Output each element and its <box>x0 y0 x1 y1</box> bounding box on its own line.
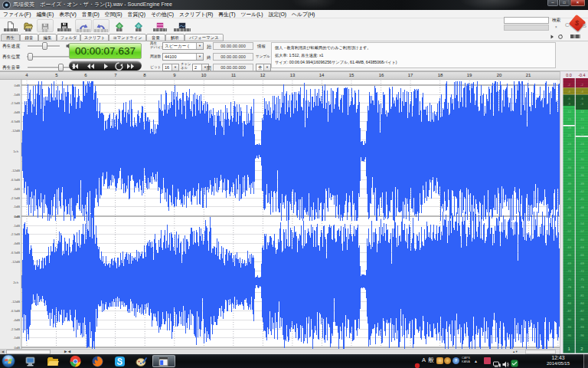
svg-text:-1dB: -1dB <box>13 93 20 97</box>
svg-text:-2.5dB: -2.5dB <box>11 196 21 200</box>
svg-text:-4dB: -4dB <box>13 187 20 191</box>
svg-text:-4dB: -4dB <box>13 318 20 322</box>
svg-text:2ch: 2ch <box>13 281 18 284</box>
svg-text:-6.5dB: -6.5dB <box>11 120 21 123</box>
svg-text:1ch: 1ch <box>13 150 18 153</box>
svg-text:-1dB: -1dB <box>13 336 20 340</box>
svg-text:-12dB: -12dB <box>11 260 20 264</box>
svg-text:-6.5dB: -6.5dB <box>11 251 21 255</box>
svg-text:-12dB: -12dB <box>11 300 20 304</box>
svg-text:-6.5dB: -6.5dB <box>11 178 21 182</box>
svg-text:0dB: 0dB <box>15 215 21 219</box>
svg-text:-2.5dB: -2.5dB <box>11 101 21 105</box>
svg-text:-4dB: -4dB <box>13 242 20 245</box>
svg-text:-1dB: -1dB <box>13 205 20 209</box>
svg-text:-4dB: -4dB <box>13 110 20 114</box>
svg-text:-1dB: -1dB <box>13 224 20 228</box>
svg-text:0dB: 0dB <box>15 84 21 87</box>
svg-text:-12dB: -12dB <box>11 169 20 172</box>
svg-text:-6.5dB: -6.5dB <box>11 309 21 313</box>
svg-text:-12dB: -12dB <box>11 129 20 133</box>
svg-text:-2.5dB: -2.5dB <box>11 232 21 236</box>
svg-text:-2.5dB: -2.5dB <box>11 327 21 331</box>
svg-text:0.0: 0.0 <box>566 73 572 77</box>
svg-text:-0.4: -0.4 <box>578 73 585 77</box>
